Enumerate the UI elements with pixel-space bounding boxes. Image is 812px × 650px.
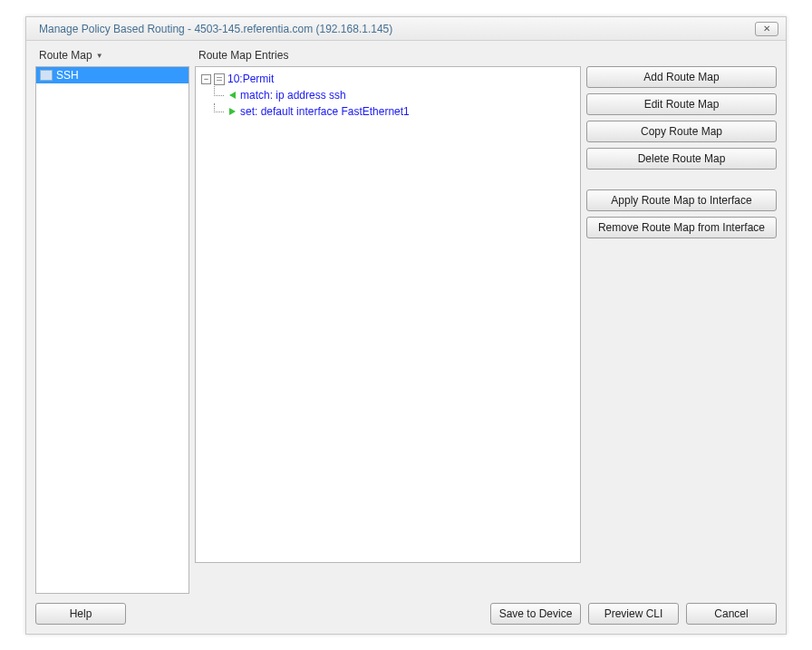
apply-route-map-button[interactable]: Apply Route Map to Interface: [586, 189, 777, 211]
route-map-entries-tree[interactable]: − 10:Permit match: ip address ssh set: d…: [195, 66, 581, 563]
save-to-device-button[interactable]: Save to Device: [490, 603, 581, 625]
content-area: Route Map ▼ SSH Route Map Entries −: [26, 41, 786, 634]
tree-set-node[interactable]: set: default interface FastEthernet1: [227, 103, 575, 120]
left-panel: Route Map ▼ SSH: [35, 46, 189, 594]
preview-cli-button[interactable]: Preview CLI: [588, 603, 679, 625]
close-icon[interactable]: ✕: [755, 22, 778, 36]
window-title: Manage Policy Based Routing - 4503-145.r…: [39, 23, 755, 35]
route-map-label: Route Map: [39, 49, 92, 62]
title-bar: Manage Policy Based Routing - 4503-145.r…: [26, 17, 786, 41]
tree-root-node[interactable]: − 10:Permit: [201, 71, 575, 87]
arrow-right-icon: [227, 106, 237, 117]
right-button-panel: Add Route Map Edit Route Map Copy Route …: [586, 46, 777, 594]
cancel-button[interactable]: Cancel: [686, 603, 777, 625]
middle-panel: Route Map Entries − 10:Permit match: ip …: [195, 46, 581, 594]
route-map-list[interactable]: SSH: [35, 66, 189, 594]
arrow-left-icon: [227, 90, 237, 101]
route-map-dropdown[interactable]: Route Map ▼: [35, 46, 189, 64]
route-map-list-item[interactable]: SSH: [36, 67, 188, 83]
copy-route-map-button[interactable]: Copy Route Map: [586, 121, 777, 142]
chevron-down-icon: ▼: [96, 52, 103, 60]
tree-root-label: 10:Permit: [227, 73, 274, 85]
bottom-bar: Help Save to Device Preview CLI Cancel: [35, 603, 777, 625]
main-row: Route Map ▼ SSH Route Map Entries −: [35, 46, 777, 594]
add-route-map-button[interactable]: Add Route Map: [586, 66, 777, 88]
entries-header: Route Map Entries: [195, 46, 581, 64]
edit-route-map-button[interactable]: Edit Route Map: [586, 93, 777, 115]
help-button[interactable]: Help: [35, 603, 126, 625]
tree-match-label: match: ip address ssh: [240, 89, 346, 102]
tree-set-label: set: default interface FastEthernet1: [240, 105, 410, 118]
dialog-window: Manage Policy Based Routing - 4503-145.r…: [25, 16, 787, 635]
collapse-icon[interactable]: −: [201, 74, 211, 84]
delete-route-map-button[interactable]: Delete Route Map: [586, 148, 777, 170]
remove-route-map-button[interactable]: Remove Route Map from Interface: [586, 217, 777, 238]
button-spacer: [586, 175, 777, 184]
route-map-item-label: SSH: [56, 69, 79, 82]
tree-match-node[interactable]: match: ip address ssh: [227, 87, 575, 103]
route-map-icon: [40, 70, 53, 81]
